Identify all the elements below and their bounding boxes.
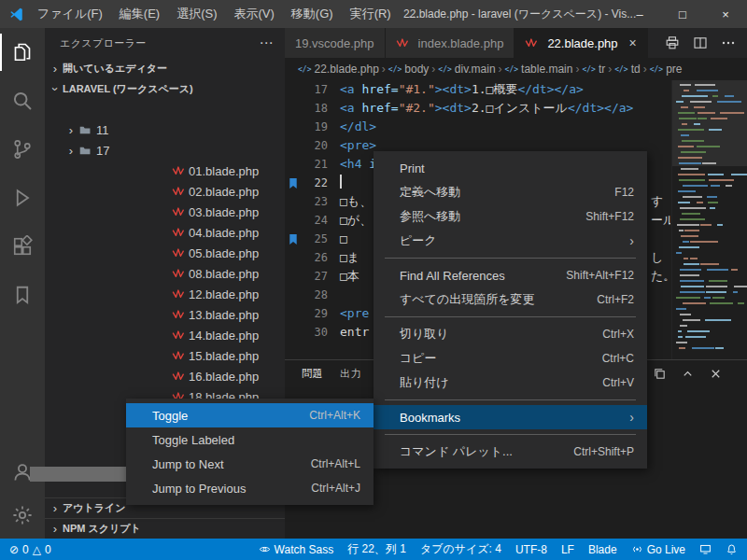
maximize-button[interactable]: □	[661, 0, 704, 28]
menu-shortcut: Ctrl+Alt+L	[292, 457, 360, 470]
breadcrumb-item[interactable]: </>table.main	[505, 63, 573, 76]
breadcrumb-label: body	[404, 63, 429, 76]
tree-item-folder[interactable]: ›11	[45, 119, 285, 140]
bookmarks-submenu-item-3[interactable]: Jump to PreviousCtrl+Alt+J	[126, 476, 374, 500]
watch-sass-status[interactable]: Watch Sass	[259, 543, 334, 556]
tree-item-file[interactable]: 01.blade.php	[45, 161, 285, 181]
menubar-item-4[interactable]: 移動(G)	[283, 0, 342, 28]
npm-scripts-section[interactable]: › NPM スクリプト	[45, 518, 285, 539]
sidebar-more-actions-icon[interactable]: ⋯	[260, 35, 274, 51]
context-menu-item-0[interactable]: Print	[374, 156, 647, 180]
close-panel-icon[interactable]	[709, 367, 723, 381]
code-text: □が、	[340, 211, 372, 230]
context-menu-item-6[interactable]: すべての出現箇所を変更Ctrl+F2	[374, 287, 647, 312]
context-menu-item-9[interactable]: コピーCtrl+C	[374, 346, 647, 371]
problems-indicator[interactable]: ⊘ 0 △ 0	[9, 543, 51, 556]
breadcrumb-item[interactable]: </>22.blade.php	[298, 63, 379, 76]
open-editors-section[interactable]: › 開いているエディター	[45, 58, 285, 78]
remote-icon[interactable]	[699, 543, 712, 555]
line-number: 20	[302, 136, 340, 155]
breadcrumb-item[interactable]: </>pre	[650, 63, 683, 76]
tree-item-file[interactable]: 14.blade.php	[45, 325, 285, 345]
tree-item-file[interactable]: 15.blade.php	[45, 345, 285, 366]
close-tab-icon[interactable]: ×	[629, 35, 637, 50]
breadcrumb-item[interactable]: </>body	[388, 63, 429, 76]
restore-panel-icon[interactable]	[653, 367, 667, 381]
code-line[interactable]: 19</dl>	[285, 118, 670, 136]
code-line[interactable]: 18<a href="#2."><dt>2.□インストール</dt></a>	[285, 99, 670, 118]
maximize-panel-chevron-up-icon[interactable]	[681, 367, 695, 381]
editor-more-actions-icon[interactable]	[721, 35, 736, 50]
workspace-label: LARAVEL (ワークスペース)	[63, 82, 193, 96]
context-menu-item-12[interactable]: Bookmarks›	[374, 405, 647, 429]
language-mode-status[interactable]: Blade	[588, 543, 617, 556]
print-icon[interactable]	[665, 35, 680, 50]
run-debug-icon[interactable]	[0, 174, 45, 222]
context-menu-item-14[interactable]: コマンド パレット...Ctrl+Shift+P	[374, 440, 647, 464]
tree-item-file[interactable]: 04.blade.php	[45, 222, 285, 243]
settings-gear-icon[interactable]	[0, 494, 45, 537]
tab-22-blade-php[interactable]: 22.blade.php ×	[514, 28, 647, 58]
status-bar: ⊘ 0 △ 0 Watch Sass 行 22、列 1 タブのサイズ: 4 UT…	[0, 539, 747, 560]
extensions-icon[interactable]	[0, 222, 45, 271]
panel-tab-problems[interactable]: 問題	[302, 367, 323, 381]
menubar-item-2[interactable]: 選択(S)	[168, 0, 225, 28]
file-label: 05.blade.php	[189, 246, 259, 260]
warning-icon: △	[33, 543, 41, 556]
breadcrumb-label: 22.blade.php	[314, 63, 378, 76]
breadcrumb-item[interactable]: </>tr	[582, 63, 605, 76]
tab-index-blade-php[interactable]: index.blade.php	[386, 28, 515, 58]
menubar-item-1[interactable]: 編集(E)	[111, 0, 168, 28]
context-menu-item-2[interactable]: 参照へ移動Shift+F12	[374, 204, 647, 229]
breadcrumb-item[interactable]: </>div.main	[438, 63, 495, 76]
context-menu-item-8[interactable]: 切り取りCtrl+X	[374, 322, 647, 346]
workspace-section[interactable]: › LARAVEL (ワークスペース)	[45, 78, 285, 99]
source-control-icon[interactable]	[0, 125, 45, 174]
file-label: 14.blade.php	[189, 329, 259, 343]
sidebar-header: エクスプローラー ⋯	[45, 28, 285, 58]
bookmarks-submenu-item-2[interactable]: Jump to NextCtrl+Alt+L	[126, 452, 374, 476]
horizontal-scrollbar[interactable]	[30, 467, 126, 482]
menubar-item-3[interactable]: 表示(V)	[226, 0, 283, 28]
bookmarks-submenu-item-0[interactable]: ToggleCtrl+Alt+K	[126, 403, 374, 427]
close-window-button[interactable]: ×	[704, 0, 747, 28]
context-menu-item-5[interactable]: Find All ReferencesShift+Alt+F12	[374, 263, 647, 287]
menubar-item-0[interactable]: ファイル(F)	[29, 0, 111, 28]
menu-shortcut: Ctrl+Alt+K	[290, 409, 360, 422]
bookmarks-icon[interactable]	[0, 271, 45, 319]
minimap[interactable]	[671, 80, 747, 359]
menubar-item-5[interactable]: 実行(R)	[342, 0, 400, 28]
explorer-icon[interactable]	[0, 28, 45, 77]
gutter-space	[285, 155, 302, 174]
go-live-button[interactable]: Go Live	[631, 543, 685, 556]
menu-separator	[385, 399, 636, 400]
menu-shortcut: Ctrl+C	[584, 352, 634, 365]
tree-item-file[interactable]: 08.blade.php	[45, 263, 285, 284]
search-icon[interactable]	[0, 77, 45, 125]
bookmarks-submenu-item-1[interactable]: Toggle Labeled	[126, 427, 374, 452]
notifications-bell-icon[interactable]	[726, 543, 738, 555]
symbol-icon: </>	[650, 65, 663, 74]
tree-item-file[interactable]: 16.blade.php	[45, 366, 285, 386]
tab-19-vscode-php[interactable]: 19.vscode.php	[285, 28, 386, 58]
eol-status[interactable]: LF	[561, 543, 574, 556]
panel-tab-output[interactable]: 出力	[340, 367, 361, 381]
tree-item-file[interactable]: 02.blade.php	[45, 181, 285, 202]
tree-item-file[interactable]: 03.blade.php	[45, 202, 285, 222]
breadcrumb-item[interactable]: </>td	[614, 63, 640, 76]
context-menu-item-10[interactable]: 貼り付けCtrl+V	[374, 371, 647, 395]
tree-item-folder[interactable]: ›17	[45, 140, 285, 161]
cursor-position-status[interactable]: 行 22、列 1	[347, 541, 406, 557]
encoding-status[interactable]: UTF-8	[515, 543, 547, 556]
code-line[interactable]: 17<a href="#1."><dt>1.□概要</dt></a>	[285, 80, 670, 99]
tree-item-file[interactable]: 12.blade.php	[45, 284, 285, 304]
context-menu-item-3[interactable]: ピーク›	[374, 229, 647, 253]
breadcrumb-label: div.main	[455, 63, 496, 76]
tree-item-file[interactable]: 13.blade.php	[45, 304, 285, 325]
context-menu-item-1[interactable]: 定義へ移動F12	[374, 180, 647, 204]
split-editor-icon[interactable]	[693, 35, 708, 50]
tree-item-file[interactable]: 05.blade.php	[45, 243, 285, 263]
gutter-space	[285, 211, 302, 230]
indentation-status[interactable]: タブのサイズ: 4	[420, 541, 501, 557]
menu-shortcut: Ctrl+X	[584, 328, 634, 341]
